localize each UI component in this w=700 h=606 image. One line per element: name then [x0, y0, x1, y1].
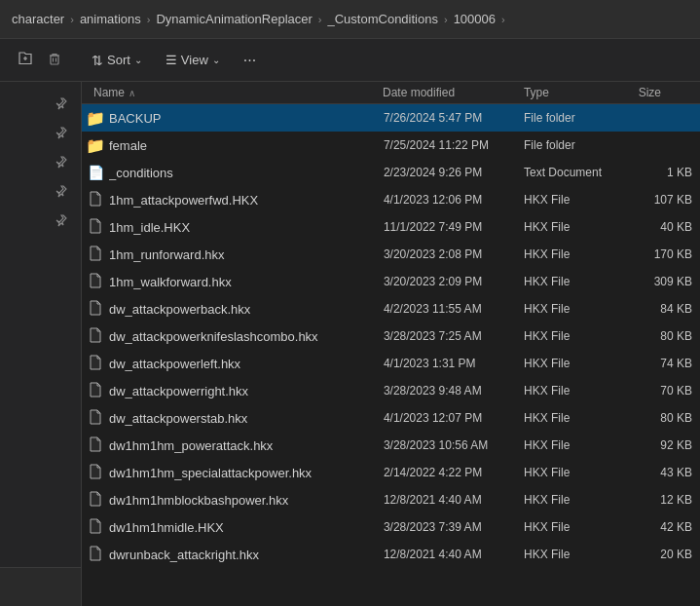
- new-icon: [18, 51, 33, 66]
- row-type: HKX File: [524, 357, 638, 370]
- row-icon: 📄: [82, 165, 109, 180]
- table-row[interactable]: dw_attackpowerstab.hkx 4/1/2023 12:07 PM…: [82, 404, 700, 432]
- row-size: 40 KB: [638, 220, 700, 234]
- pin-button-5[interactable]: [48, 207, 75, 234]
- row-size: 20 KB: [638, 548, 700, 561]
- row-size: 92 KB: [638, 438, 700, 452]
- table-row[interactable]: 1hm_runforward.hkx 3/20/2023 2:08 PM HKX…: [82, 241, 700, 268]
- pin-icon-3: [55, 155, 68, 169]
- pin-button-4[interactable]: [48, 177, 75, 205]
- folder-icon: 📁: [86, 109, 105, 128]
- pin-button-3[interactable]: [48, 148, 75, 175]
- row-type: HKX File: [524, 220, 638, 234]
- row-icon: [82, 327, 109, 346]
- breadcrumb-sep-1: ›: [147, 14, 151, 25]
- row-size: 84 KB: [638, 302, 700, 316]
- row-date: 7/26/2024 5:47 PM: [384, 111, 524, 125]
- row-type: HKX File: [524, 438, 638, 452]
- delete-button[interactable]: [41, 47, 68, 74]
- row-icon: [82, 546, 109, 564]
- table-row[interactable]: 1hm_walkforward.hkx 3/20/2023 2:09 PM HK…: [82, 268, 700, 295]
- main-area: Name ∧ Date modified Type Size 📁 BACKUP …: [0, 82, 700, 606]
- row-date: 11/1/2022 7:49 PM: [384, 220, 524, 234]
- row-name: dw1hm1hmblockbashpower.hkx: [109, 493, 384, 508]
- row-type: HKX File: [524, 275, 638, 288]
- file-icon: [89, 273, 102, 291]
- breadcrumb-character[interactable]: character: [12, 12, 64, 26]
- row-icon: 📁: [82, 136, 109, 155]
- file-icon: [89, 355, 102, 373]
- folder-icon: 📁: [86, 136, 105, 155]
- table-row[interactable]: dw1hm1hm_powerattack.hkx 3/28/2023 10:56…: [82, 432, 700, 459]
- more-options-button[interactable]: ···: [236, 48, 264, 73]
- table-row[interactable]: dw_attackpowerback.hkx 4/2/2023 11:55 AM…: [82, 295, 700, 322]
- row-size: 43 KB: [638, 466, 700, 479]
- row-icon: [82, 246, 109, 264]
- pin-button-1[interactable]: [48, 90, 75, 117]
- breadcrumb-animations[interactable]: animations: [80, 12, 141, 26]
- row-type: HKX File: [524, 411, 638, 425]
- row-name: dw1hm1hmidle.HKX: [109, 520, 384, 535]
- row-date: 4/2/2023 11:55 AM: [384, 302, 524, 316]
- row-name: dw_attackpowerstab.hkx: [109, 411, 384, 426]
- breadcrumb-sep-0: ›: [70, 14, 74, 25]
- new-folder-button[interactable]: [12, 47, 39, 74]
- col-size-label: Size: [639, 86, 700, 99]
- row-date: 3/20/2023 2:09 PM: [384, 275, 524, 288]
- file-list[interactable]: Name ∧ Date modified Type Size 📁 BACKUP …: [82, 82, 700, 606]
- file-icon: [89, 546, 102, 564]
- breadcrumb-sep-4: ›: [501, 14, 505, 25]
- row-name: dw_attackpowerback.hkx: [109, 302, 384, 317]
- row-icon: [82, 382, 109, 400]
- table-row[interactable]: 📁 BACKUP 7/26/2024 5:47 PM File folder: [82, 104, 700, 132]
- row-name: 1hm_attackpowerfwd.HKX: [109, 193, 384, 208]
- row-name: 1hm_walkforward.hkx: [109, 275, 384, 289]
- table-row[interactable]: dwrunback_attackright.hkx 12/8/2021 4:40…: [82, 541, 700, 568]
- col-date-label: Date modified: [383, 86, 524, 99]
- row-icon: [82, 273, 109, 291]
- row-name: female: [109, 138, 384, 153]
- row-type: HKX File: [524, 247, 638, 261]
- breadcrumb-100006[interactable]: 100006: [454, 12, 496, 26]
- file-icon: [89, 464, 102, 482]
- row-name: dw1hm1hm_powerattack.hkx: [109, 438, 384, 453]
- sort-button[interactable]: ⇅ Sort ⌄: [84, 49, 150, 72]
- toolbar: ⇅ Sort ⌄ ☰ View ⌄ ···: [0, 39, 700, 82]
- table-row[interactable]: 📄 _conditions 2/23/2024 9:26 PM Text Doc…: [82, 159, 700, 186]
- breadcrumb-custom[interactable]: _CustomConditions: [328, 12, 438, 26]
- col-name-label: Name: [93, 86, 125, 99]
- table-row[interactable]: dw1hm1hmidle.HKX 3/28/2023 7:39 AM HKX F…: [82, 513, 700, 541]
- table-row[interactable]: dw_attackpowerright.hkx 3/28/2023 9:48 A…: [82, 377, 700, 404]
- file-icon: [89, 246, 102, 264]
- table-row[interactable]: dw_attackpowerknifeslashcombo.hkx 3/28/2…: [82, 322, 700, 350]
- file-icon: [89, 218, 102, 237]
- col-type-label: Type: [524, 86, 639, 99]
- table-row[interactable]: 📁 female 7/25/2024 11:22 PM File folder: [82, 132, 700, 159]
- row-date: 4/1/2023 1:31 PM: [384, 357, 524, 370]
- file-icon: [89, 327, 102, 346]
- sidebar-bottom: [0, 567, 81, 606]
- doc-icon: 📄: [88, 165, 104, 180]
- sort-arrow-icon: ∧: [129, 88, 135, 98]
- pin-button-2[interactable]: [48, 119, 75, 146]
- row-type: HKX File: [524, 384, 638, 398]
- row-icon: [82, 464, 109, 482]
- breadcrumb-sep-3: ›: [444, 14, 448, 25]
- row-date: 2/14/2022 4:22 PM: [384, 466, 524, 479]
- table-row[interactable]: dw1hm1hm_specialattackpower.hkx 2/14/202…: [82, 459, 700, 486]
- table-row[interactable]: 1hm_attackpowerfwd.HKX 4/1/2023 12:06 PM…: [82, 186, 700, 213]
- row-size: 42 KB: [638, 520, 700, 534]
- view-button[interactable]: ☰ View ⌄: [158, 49, 228, 71]
- file-icon: [89, 300, 102, 319]
- file-icon: [89, 491, 102, 510]
- row-date: 3/28/2023 10:56 AM: [384, 438, 524, 452]
- table-row[interactable]: dw1hm1hmblockbashpower.hkx 12/8/2021 4:4…: [82, 486, 700, 513]
- pin-icon-5: [55, 213, 68, 227]
- row-date: 3/28/2023 9:48 AM: [384, 384, 524, 398]
- breadcrumb-dar[interactable]: DynamicAnimationReplacer: [156, 12, 312, 26]
- table-row[interactable]: 1hm_idle.HKX 11/1/2022 7:49 PM HKX File …: [82, 213, 700, 241]
- row-icon: [82, 409, 109, 428]
- table-row[interactable]: dw_attackpowerleft.hkx 4/1/2023 1:31 PM …: [82, 350, 700, 377]
- row-type: HKX File: [524, 193, 638, 207]
- row-icon: 📁: [82, 109, 109, 128]
